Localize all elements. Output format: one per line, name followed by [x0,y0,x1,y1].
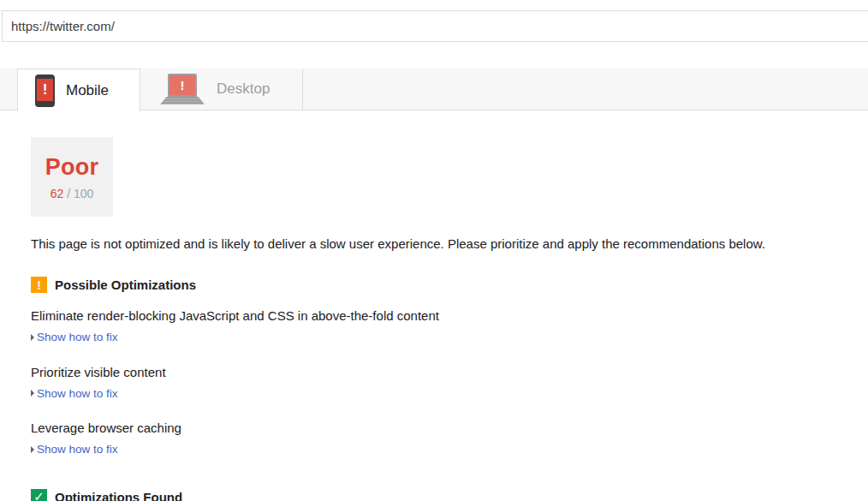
summary-text: This page is not optimized and is likely… [31,236,868,251]
show-how-to-fix-link[interactable]: Show how to fix [31,387,118,400]
expand-triangle-icon [31,446,34,453]
desktop-alert-glyph: ! [169,75,195,95]
section-possible-optimizations: ! Possible Optimizations [31,277,868,293]
expand-triangle-icon [31,390,34,397]
show-how-to-fix-link[interactable]: Show how to fix [31,443,118,456]
tab-desktop[interactable]: ! Desktop [140,69,303,110]
score-denominator: / 100 [67,187,93,200]
check-icon: ✓ [31,489,47,501]
score-box: Poor 62 / 100 [31,137,113,217]
score-value: 62 [51,187,64,200]
optimization-item: Eliminate render-blocking JavaScript and… [31,308,868,344]
show-how-to-fix-link[interactable]: Show how to fix [31,331,118,343]
device-tabbar: ! Mobile ! Desktop [0,69,868,110]
section-optimizations-found: ✓ Optimizations Found [31,489,868,501]
section-title: Optimizations Found [55,490,182,501]
desktop-alert-icon: ! [159,73,205,105]
tab-desktop-label: Desktop [217,81,270,98]
optimization-item: Leverage browser caching Show how to fix [31,420,868,456]
score-rating: Poor [45,154,98,181]
tab-mobile-label: Mobile [66,82,109,99]
mobile-alert-icon: ! [35,75,55,107]
optimization-title: Leverage browser caching [31,420,868,435]
optimization-title: Prioritize visible content [31,365,868,379]
mobile-alert-glyph: ! [37,79,53,101]
tab-mobile[interactable]: ! Mobile [17,69,140,111]
url-input[interactable] [2,10,868,42]
optimization-title: Eliminate render-blocking JavaScript and… [31,308,868,323]
score-line: 62 / 100 [51,187,94,200]
section-title: Possible Optimizations [55,277,196,292]
expand-triangle-icon [31,334,34,341]
results-panel: Poor 62 / 100 This page is not optimized… [0,137,868,501]
warning-icon: ! [31,277,47,293]
optimization-item: Prioritize visible content Show how to f… [31,365,868,401]
